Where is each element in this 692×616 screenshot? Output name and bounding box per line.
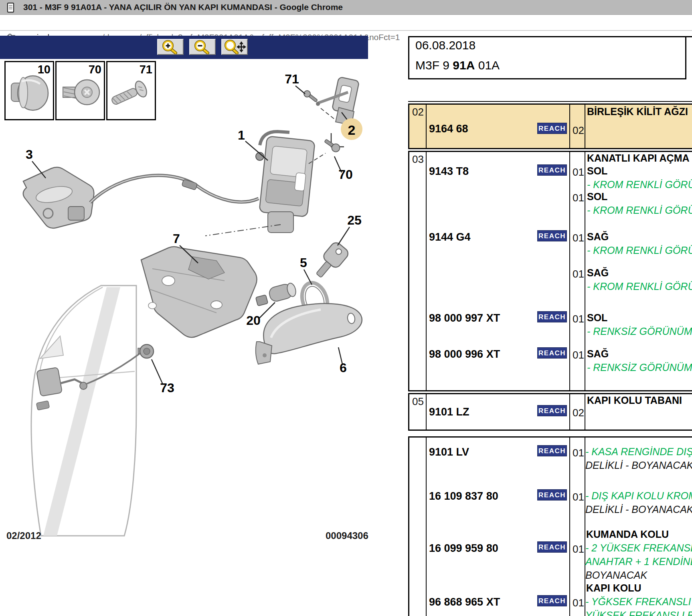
- part-number: 96 868 965 XT: [429, 596, 500, 608]
- callout-5: 5: [300, 255, 307, 270]
- handle-crank: [68, 207, 84, 220]
- handle-end-cap: [256, 342, 272, 364]
- table-top-line: [408, 101, 692, 102]
- reach-badge[interactable]: REACH: [537, 311, 567, 322]
- callout-73: 73: [160, 381, 174, 395]
- section-ref: 03: [412, 153, 424, 166]
- quantity: 01: [573, 447, 584, 459]
- part-number: 98 000 997 XT: [429, 312, 500, 324]
- bowden-cable-outer: [90, 175, 259, 203]
- note-green: - RENKSİZ GÖRÜNÜML: [587, 326, 692, 337]
- quantity: 01: [573, 232, 584, 244]
- callout-3: 3: [26, 147, 33, 162]
- lock-lower-part: [268, 212, 293, 233]
- note-green: - 2 YÜKSEK FREKANSL: [585, 542, 692, 554]
- column-divider: [426, 394, 427, 430]
- quantity: 02: [573, 407, 584, 419]
- part-number: 9164 68: [429, 123, 468, 135]
- key: [311, 241, 350, 282]
- callout-25: 25: [347, 213, 362, 227]
- bracket-hole: [211, 301, 222, 309]
- parts-diagram[interactable]: 71 2 1 70 3 7 25 5 20 6 73: [0, 0, 369, 616]
- section-title: BİRLEŞİK KİLİT AĞZI: [587, 106, 688, 118]
- screw-71: [303, 89, 319, 104]
- note-green: - YĞKSEK FREKANSLI: [585, 596, 691, 608]
- column-divider: [569, 438, 570, 616]
- inner-latch-part: [36, 367, 62, 396]
- reach-badge[interactable]: REACH: [537, 164, 567, 176]
- row-title: KUMANDA KOLU: [586, 529, 669, 540]
- column-divider: [585, 394, 585, 430]
- column-divider: [426, 105, 427, 148]
- note-green: - KASA RENGİNDE DIŞ: [585, 446, 692, 458]
- quantity: 01: [573, 597, 584, 609]
- note-black: BOYANACAK: [585, 569, 647, 581]
- figure-reference: M3F 9 91A 01A: [415, 59, 500, 72]
- note-black: DELİKLİ - BOYANACAK: [585, 504, 692, 515]
- note-black: DELİKLİ - BOYANACAK: [585, 460, 692, 471]
- drawing-number: 00094306: [326, 530, 368, 541]
- note-green: - RENKSİZ GÖRÜNÜML: [587, 362, 692, 373]
- grommet-73-center: [144, 348, 150, 355]
- callout-70: 70: [338, 167, 353, 182]
- callout-71: 71: [285, 72, 299, 86]
- quantity: 01: [573, 491, 584, 503]
- note-green: ANAHTAR + 1 KENDİNE: [585, 556, 692, 567]
- screw-70: [323, 137, 342, 153]
- side-label: SAĞ: [587, 348, 609, 360]
- column-divider: [569, 152, 570, 390]
- quantity: 01: [573, 543, 584, 555]
- part-number: 98 000 996 XT: [429, 348, 500, 361]
- side-label: SAĞ: [587, 231, 609, 243]
- door-lock-assembly: [259, 136, 315, 217]
- callout-1: 1: [238, 128, 245, 142]
- end-cap-screw: [263, 353, 267, 357]
- reach-badge[interactable]: REACH: [537, 541, 567, 553]
- part-number: 16 109 837 80: [429, 490, 498, 503]
- catalog-date: 06.08.2018: [415, 38, 475, 52]
- note-green: YÜKSEK FREKANSLI B: [585, 610, 692, 616]
- reach-badge[interactable]: REACH: [537, 445, 567, 456]
- note-green: - KROM RENKLİ GÖRÜN: [587, 281, 692, 292]
- side-label: SOL: [587, 165, 607, 177]
- part-number: 9143 T8: [429, 165, 469, 178]
- alignment-line: [321, 108, 336, 120]
- cable-connector: [182, 179, 197, 190]
- column-divider: [569, 394, 570, 430]
- strap-pin: [316, 102, 320, 106]
- callout-2: 2: [348, 122, 356, 138]
- cylinder-clip: [256, 295, 268, 306]
- side-label: SAĞ: [587, 267, 609, 279]
- reach-badge[interactable]: REACH: [537, 123, 567, 134]
- quantity: 01: [573, 313, 584, 325]
- callout-6: 6: [340, 361, 347, 375]
- column-divider: [426, 438, 427, 616]
- quantity: 02: [573, 124, 584, 137]
- bracket-hole: [162, 276, 175, 286]
- side-label: SOL: [587, 312, 607, 324]
- reach-badge[interactable]: REACH: [537, 347, 567, 359]
- bracket-hole: [148, 302, 156, 309]
- quantity: 01: [573, 268, 584, 280]
- reach-badge[interactable]: REACH: [537, 489, 567, 500]
- reference-bold: 91A: [453, 59, 475, 72]
- section-ref: 05: [412, 395, 424, 408]
- reach-badge[interactable]: REACH: [537, 405, 567, 416]
- reference-prefix: M3F 9: [415, 59, 453, 72]
- quantity: 01: [573, 349, 584, 361]
- section-ref: 02: [412, 106, 424, 118]
- column-divider: [585, 105, 585, 148]
- column-divider: [426, 152, 427, 390]
- reach-badge[interactable]: REACH: [537, 595, 567, 606]
- reach-badge[interactable]: REACH: [537, 230, 567, 241]
- column-divider: [585, 152, 585, 390]
- callout-7: 7: [173, 231, 180, 246]
- side-label: SOL: [587, 191, 607, 203]
- reference-suffix: 01A: [475, 59, 500, 72]
- row-title: KAPI KOLU: [586, 582, 641, 594]
- column-divider: [569, 105, 570, 148]
- callout-20: 20: [246, 313, 261, 328]
- drawing-date: 02/2012: [6, 530, 41, 541]
- part-number: 9144 G4: [429, 231, 471, 243]
- quantity: 01: [573, 192, 584, 204]
